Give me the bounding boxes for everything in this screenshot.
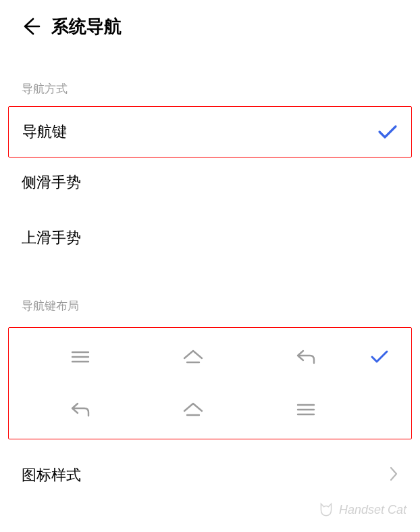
layout-option-1[interactable]	[14, 341, 406, 372]
menu-icon	[24, 347, 136, 367]
icon-style-row[interactable]: 图标样式	[0, 452, 420, 485]
highlight-layout-options	[8, 327, 412, 439]
section-label-nav-layout: 导航键布局	[0, 298, 420, 314]
watermark: Handset Cat	[317, 501, 406, 518]
option-up-swipe[interactable]: 上滑手势	[0, 213, 420, 263]
watermark-text: Handset Cat	[339, 503, 406, 517]
home-icon	[136, 400, 249, 420]
check-icon	[363, 349, 396, 364]
key-group	[24, 400, 363, 420]
back-icon	[250, 347, 363, 367]
option-label: 导航键	[22, 122, 67, 142]
menu-icon	[250, 400, 363, 420]
key-group	[24, 347, 363, 367]
back-arrow-icon	[21, 16, 41, 37]
layout-option-2[interactable]	[14, 394, 406, 425]
header: 系统导航	[0, 0, 420, 41]
section-label-nav-method: 导航方式	[0, 81, 420, 97]
watermark-icon	[317, 501, 335, 518]
chevron-right-icon	[389, 466, 398, 485]
option-label: 侧滑手势	[22, 172, 81, 193]
highlight-selected-option: 导航键	[8, 106, 412, 158]
option-side-swipe[interactable]: 侧滑手势	[0, 158, 420, 208]
option-label: 上滑手势	[22, 228, 81, 248]
option-nav-keys[interactable]: 导航键	[9, 107, 411, 157]
icon-style-label: 图标样式	[22, 465, 81, 485]
back-icon	[24, 400, 136, 420]
back-button[interactable]	[19, 14, 43, 39]
check-icon	[377, 124, 398, 140]
home-icon	[136, 347, 249, 367]
page-title: 系统导航	[51, 15, 122, 39]
